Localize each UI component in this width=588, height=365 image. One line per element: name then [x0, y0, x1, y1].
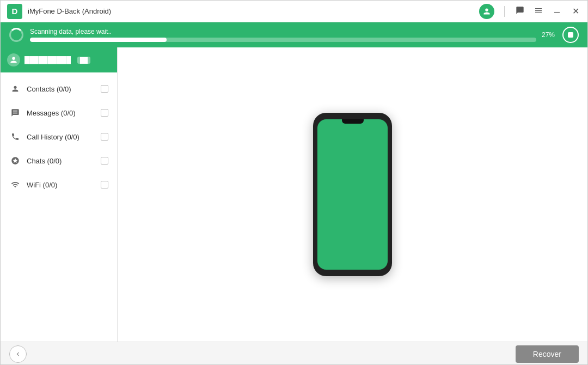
- sidebar-item-chats[interactable]: Chats (0/0): [1, 149, 117, 173]
- scan-progress-track: [30, 38, 536, 42]
- close-button[interactable]: ✕: [570, 7, 581, 16]
- phone-mockup: [313, 113, 392, 276]
- scan-content: Scanning data, please wait..: [30, 28, 536, 42]
- sidebar-items: Contacts (0/0) Messages (0/0) Call Histo…: [1, 72, 117, 201]
- sidebar: ██████████ ██ Contacts (0/0) Messages (0…: [1, 47, 118, 342]
- wifi-checkbox[interactable]: [101, 181, 108, 188]
- stop-icon: [568, 32, 573, 38]
- main-layout: ██████████ ██ Contacts (0/0) Messages (0…: [1, 47, 587, 342]
- phone-notch: [342, 119, 364, 124]
- sidebar-item-call-history[interactable]: Call History (0/0): [1, 125, 117, 149]
- chats-icon: [9, 155, 21, 167]
- sidebar-user-name: ██████████: [24, 56, 71, 64]
- scan-spinner: [9, 28, 23, 42]
- scan-status-text: Scanning data, please wait..: [30, 28, 536, 35]
- messages-checkbox[interactable]: [101, 109, 108, 117]
- scan-progress-fill: [30, 38, 167, 42]
- chats-label: Chats (0/0): [27, 157, 101, 165]
- contacts-icon: [9, 83, 21, 95]
- recover-button[interactable]: Recover: [516, 345, 579, 363]
- messages-label: Messages (0/0): [27, 109, 101, 117]
- bottom-bar: Recover: [1, 342, 587, 365]
- window-controls: – ✕: [479, 4, 581, 19]
- separator: [504, 6, 505, 17]
- scan-percent: 27%: [542, 31, 555, 39]
- chat-icon[interactable]: [514, 6, 525, 16]
- title-bar: D iMyFone D-Back (Android) – ✕: [1, 1, 587, 22]
- sidebar-item-messages[interactable]: Messages (0/0): [1, 101, 117, 125]
- app-logo: D: [7, 4, 22, 19]
- content-area: [118, 47, 587, 342]
- messages-icon: [9, 107, 21, 119]
- call-history-checkbox[interactable]: [101, 133, 108, 141]
- call-history-label: Call History (0/0): [27, 133, 101, 141]
- scan-stop-button[interactable]: [562, 27, 579, 43]
- call-history-icon: [9, 131, 21, 143]
- app-title: iMyFone D-Back (Android): [28, 7, 479, 15]
- sidebar-user-badge: ██: [77, 57, 90, 64]
- chats-checkbox[interactable]: [101, 157, 108, 165]
- contacts-checkbox[interactable]: [101, 85, 108, 93]
- wifi-icon: [9, 179, 21, 191]
- user-avatar-icon[interactable]: [479, 4, 494, 19]
- sidebar-item-contacts[interactable]: Contacts (0/0): [1, 77, 117, 101]
- sidebar-user: ██████████ ██: [1, 47, 117, 72]
- contacts-label: Contacts (0/0): [27, 85, 101, 93]
- sidebar-item-wifi[interactable]: WiFi (0/0): [1, 173, 117, 197]
- menu-icon[interactable]: [533, 6, 544, 16]
- phone-screen: [317, 119, 388, 270]
- back-button[interactable]: [9, 345, 27, 363]
- wifi-label: WiFi (0/0): [27, 181, 101, 189]
- scan-bar: Scanning data, please wait.. 27%: [1, 22, 587, 47]
- minimize-button[interactable]: –: [552, 7, 562, 16]
- sidebar-user-icon: [7, 53, 20, 66]
